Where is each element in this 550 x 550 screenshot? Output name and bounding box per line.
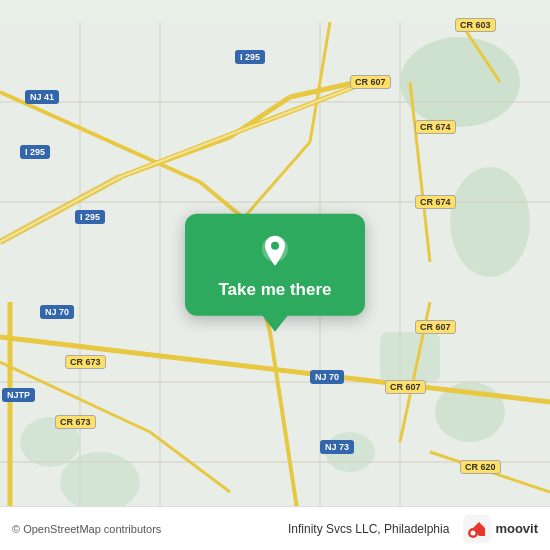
svg-rect-7	[380, 332, 440, 382]
moovit-icon	[463, 515, 491, 543]
location-popup[interactable]: Take me there	[185, 214, 365, 316]
take-me-there-button[interactable]: Take me there	[218, 280, 331, 300]
map-container: I 295 I 295 I 295 NJ 41 NJ 70 NJ 70 NJ 7…	[0, 0, 550, 550]
moovit-text: moovit	[495, 521, 538, 536]
location-label: Infinity Svcs LLC, Philadelphia	[288, 522, 449, 536]
branding-area: Infinity Svcs LLC, Philadelphia moovit	[288, 515, 538, 543]
location-pin-icon	[257, 234, 293, 270]
moovit-logo: moovit	[463, 515, 538, 543]
attribution-area: © OpenStreetMap contributors	[12, 523, 161, 535]
svg-point-2	[450, 167, 530, 277]
svg-point-5	[20, 417, 80, 467]
svg-point-44	[471, 530, 476, 535]
copyright-text: © OpenStreetMap contributors	[12, 523, 161, 535]
svg-point-4	[325, 432, 375, 472]
svg-point-1	[400, 37, 520, 127]
svg-point-40	[271, 242, 279, 250]
svg-point-6	[60, 452, 140, 512]
bottom-bar: © OpenStreetMap contributors Infinity Sv…	[0, 506, 550, 550]
